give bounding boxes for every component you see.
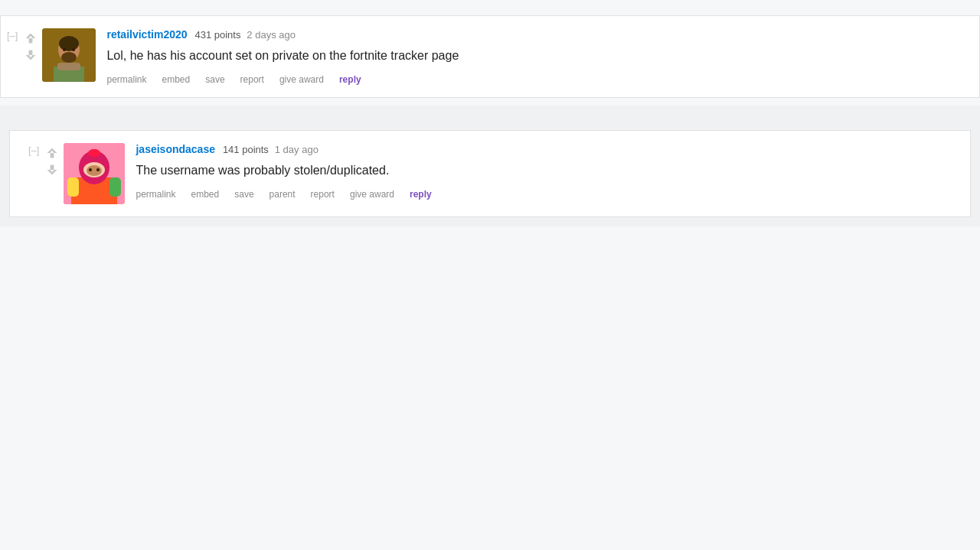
comment-thread-2: [–] [9,130,971,217]
reply-link-2[interactable]: reply [410,189,432,200]
svg-point-18 [87,165,102,176]
comment-text-2: The username was probably stolen/duplica… [136,161,431,180]
permalink-link-2[interactable]: permalink [136,189,175,200]
username-2[interactable]: jaseisondacase [136,143,215,155]
svg-point-7 [72,48,75,51]
comment-actions-2: permalink embed save parent report give … [136,189,431,200]
upvote-button-1[interactable] [24,31,38,45]
comment-content-1: retailvictim2020 431 points 2 days ago L… [106,28,459,85]
svg-point-6 [63,48,66,51]
avatar-2 [64,143,125,204]
timestamp-2: 1 day ago [275,144,318,155]
nested-comment-wrapper: [–] [0,121,980,226]
give-award-link-2[interactable]: give award [350,189,394,200]
collapse-button-1[interactable]: [–] [1,30,24,41]
give-award-link-1[interactable]: give award [279,74,324,85]
svg-rect-1 [29,50,33,55]
timestamp-1: 2 days ago [247,29,296,41]
svg-rect-22 [91,149,97,155]
svg-rect-9 [57,63,80,70]
svg-point-20 [96,168,100,171]
collapse-button-2[interactable]: [–] [22,145,45,156]
report-link-1[interactable]: report [240,74,264,85]
comment-thread-1: [–] [0,15,980,98]
svg-point-5 [61,52,77,63]
report-link-2[interactable]: report [311,189,335,200]
comment-header-1: retailvictim2020 431 points 2 days ago [106,28,459,41]
comment-text-1: Lol, he has his account set on private o… [106,47,459,65]
avatar-1 [42,28,96,82]
username-1[interactable]: retailvictim2020 [106,28,187,41]
save-link-1[interactable]: save [205,74,224,85]
comment-content-2: jaseisondacase 141 points 1 day ago The … [136,143,431,200]
permalink-link-1[interactable]: permalink [106,74,146,85]
comment-main-1: retailvictim2020 431 points 2 days ago L… [42,28,459,85]
page-wrapper: [–] [0,0,980,550]
comment-outer-2: [–] [22,143,958,204]
vote-arrows-2 [45,145,59,178]
points-1: 431 points [194,29,240,41]
svg-rect-15 [109,177,121,197]
embed-link-1[interactable]: embed [162,74,191,85]
upvote-button-2[interactable] [45,146,59,160]
svg-rect-11 [51,165,54,170]
points-2: 141 points [223,144,269,155]
embed-link-2[interactable]: embed [191,189,220,200]
divider-space [0,106,980,121]
svg-point-19 [89,168,92,171]
downvote-button-2[interactable] [45,163,59,177]
comment-header-2: jaseisondacase 141 points 1 day ago [136,143,431,155]
comment-main-2: jaseisondacase 141 points 1 day ago The … [64,143,431,204]
vote-arrows-1 [24,30,38,63]
downvote-button-1[interactable] [24,48,38,62]
svg-rect-0 [29,38,33,43]
comment-actions-1: permalink embed save report give award r… [106,74,459,85]
comment-outer-1: [–] [1,16,979,97]
parent-link-2[interactable]: parent [270,189,296,200]
svg-rect-10 [51,153,54,158]
svg-rect-14 [67,177,79,197]
svg-point-4 [59,36,79,51]
reply-link-1[interactable]: reply [339,74,361,85]
save-link-2[interactable]: save [234,189,253,200]
